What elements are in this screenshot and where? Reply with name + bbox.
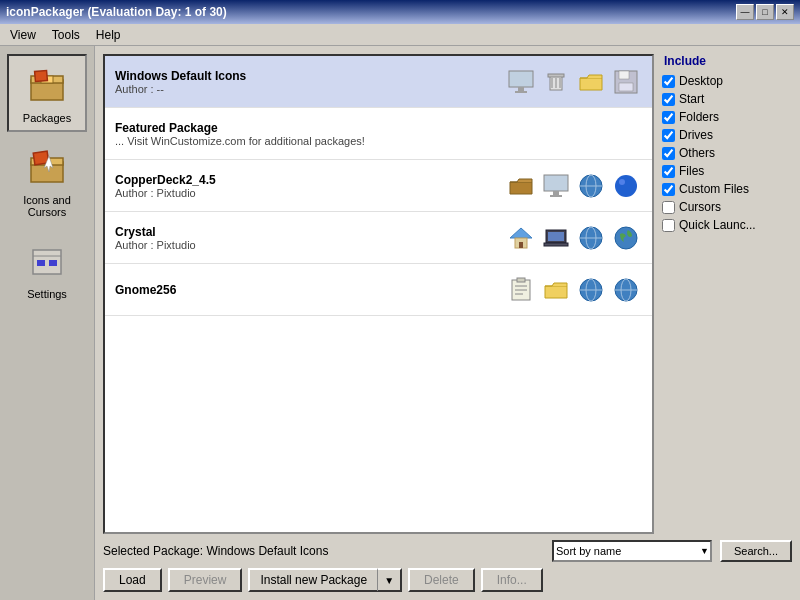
package-icon	[575, 222, 607, 254]
label-start: Start	[679, 92, 704, 106]
package-icon	[610, 222, 642, 254]
package-item[interactable]: Windows Default IconsAuthor : --	[105, 56, 652, 108]
package-icon	[540, 222, 572, 254]
package-item-name: Crystal	[115, 225, 505, 239]
package-item-author: Author : Pixtudio	[115, 187, 505, 199]
checkbox-desktop[interactable]	[662, 75, 675, 88]
svg-rect-13	[518, 87, 524, 91]
svg-rect-14	[515, 91, 527, 93]
package-item-info: Featured Package... Visit WinCustomize.c…	[115, 121, 642, 147]
package-item[interactable]: Featured Package... Visit WinCustomize.c…	[105, 108, 652, 160]
include-item-others[interactable]: Others	[662, 144, 792, 162]
icons-cursors-icon	[23, 144, 71, 192]
package-item-info: CrystalAuthor : Pixtudio	[115, 225, 505, 251]
include-item-files[interactable]: Files	[662, 162, 792, 180]
label-drives: Drives	[679, 128, 713, 142]
checkbox-cursors[interactable]	[662, 201, 675, 214]
menu-item-tools[interactable]: Tools	[46, 26, 86, 44]
include-item-folders[interactable]: Folders	[662, 108, 792, 126]
info-button[interactable]: Info...	[481, 568, 543, 592]
include-item-drives[interactable]: Drives	[662, 126, 792, 144]
bottom-row2: Load Preview Install new Package ▼ Delet…	[103, 568, 792, 592]
preview-button[interactable]: Preview	[168, 568, 243, 592]
content-body: Windows Default IconsAuthor : --Featured…	[103, 54, 792, 534]
settings-icon	[23, 238, 71, 286]
package-list: Windows Default IconsAuthor : --Featured…	[105, 56, 652, 532]
include-item-start[interactable]: Start	[662, 90, 792, 108]
packages-icon	[23, 62, 71, 110]
maximize-button[interactable]: □	[756, 4, 774, 20]
package-item[interactable]: Gnome256	[105, 264, 652, 316]
label-folders: Folders	[679, 110, 719, 124]
package-item-name: Windows Default Icons	[115, 69, 505, 83]
minimize-button[interactable]: —	[736, 4, 754, 20]
package-icon	[540, 66, 572, 98]
package-icon	[505, 170, 537, 202]
checkbox-others[interactable]	[662, 147, 675, 160]
package-item-icons	[505, 66, 642, 98]
menu-item-help[interactable]: Help	[90, 26, 127, 44]
install-dropdown-arrow[interactable]: ▼	[377, 568, 402, 592]
svg-rect-36	[544, 243, 568, 246]
package-item[interactable]: CopperDeck2_4.5Author : Pixtudio	[105, 160, 652, 212]
svg-rect-25	[550, 195, 562, 197]
include-item-cursors[interactable]: Cursors	[662, 198, 792, 216]
svg-rect-23	[544, 175, 568, 191]
package-icon	[610, 66, 642, 98]
include-title: Include	[662, 54, 792, 68]
sidebar-item-packages[interactable]: Packages	[7, 54, 87, 132]
include-panel: Include DesktopStartFoldersDrivesOthersF…	[662, 54, 792, 534]
package-list-container: Windows Default IconsAuthor : --Featured…	[103, 54, 654, 534]
svg-point-40	[615, 227, 637, 249]
checkbox-drives[interactable]	[662, 129, 675, 142]
title-bar: iconPackager (Evaluation Day: 1 of 30) —…	[0, 0, 800, 24]
svg-rect-21	[619, 71, 629, 79]
svg-rect-33	[519, 242, 523, 248]
svg-rect-12	[509, 71, 533, 87]
package-item-icons	[505, 274, 642, 306]
content-area: Windows Default IconsAuthor : --Featured…	[95, 46, 800, 600]
checkbox-start[interactable]	[662, 93, 675, 106]
package-item-info: Windows Default IconsAuthor : --	[115, 69, 505, 95]
search-button[interactable]: Search...	[720, 540, 792, 562]
bottom-row1: Selected Package: Windows Default Icons …	[103, 540, 792, 562]
svg-rect-16	[548, 74, 564, 77]
package-icon	[575, 170, 607, 202]
svg-rect-24	[553, 191, 559, 195]
menu-item-view[interactable]: View	[4, 26, 42, 44]
package-item[interactable]: CrystalAuthor : Pixtudio	[105, 212, 652, 264]
checkbox-custom-files[interactable]	[662, 183, 675, 196]
sidebar-label-packages: Packages	[23, 112, 71, 124]
package-item-info: CopperDeck2_4.5Author : Pixtudio	[115, 173, 505, 199]
sidebar-label-icons-cursors: Icons and Cursors	[23, 194, 71, 218]
include-item-quick-launch[interactable]: Quick Launc...	[662, 216, 792, 234]
package-icon	[505, 222, 537, 254]
package-icon	[505, 274, 537, 306]
window-controls: — □ ✕	[736, 4, 794, 20]
checkbox-folders[interactable]	[662, 111, 675, 124]
svg-point-29	[615, 175, 637, 197]
sort-select[interactable]: Sort by nameSort by authorSort by date	[552, 540, 712, 562]
svg-rect-35	[548, 232, 564, 241]
checkbox-files[interactable]	[662, 165, 675, 178]
sidebar-item-icons-cursors[interactable]: Icons and Cursors	[7, 136, 87, 226]
sidebar-item-settings[interactable]: Settings	[7, 230, 87, 308]
checkbox-quick-launch[interactable]	[662, 219, 675, 232]
close-button[interactable]: ✕	[776, 4, 794, 20]
app-title: iconPackager (Evaluation Day: 1 of 30)	[6, 5, 227, 19]
load-button[interactable]: Load	[103, 568, 162, 592]
package-icon	[575, 274, 607, 306]
package-icon	[575, 66, 607, 98]
selected-package-label: Selected Package: Windows Default Icons	[103, 544, 544, 558]
svg-rect-11	[49, 260, 57, 266]
package-item-icons	[505, 170, 642, 202]
include-item-custom-files[interactable]: Custom Files	[662, 180, 792, 198]
delete-button[interactable]: Delete	[408, 568, 475, 592]
sidebar: Packages Icons and Cursors Settings	[0, 46, 95, 600]
package-icon	[505, 66, 537, 98]
include-item-desktop[interactable]: Desktop	[662, 72, 792, 90]
svg-rect-42	[517, 278, 525, 282]
install-new-package-button[interactable]: Install new Package	[248, 568, 377, 592]
package-item-author: Author : Pixtudio	[115, 239, 505, 251]
label-cursors: Cursors	[679, 200, 721, 214]
